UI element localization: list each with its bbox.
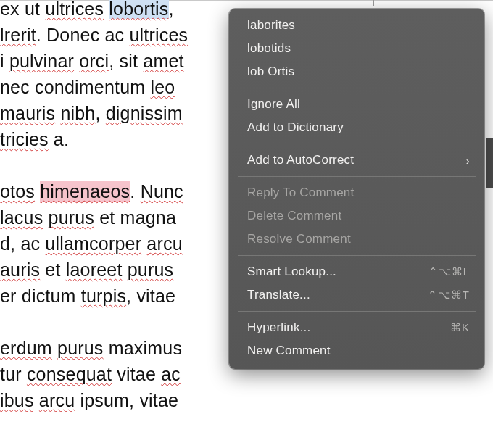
menu-item-label: Reply To Comment	[247, 186, 354, 200]
misspelling[interactable]: consequat	[27, 364, 112, 384]
misspelling[interactable]: purus	[128, 260, 174, 280]
background-window-edge	[486, 138, 493, 188]
misspelling[interactable]: ultrices	[45, 0, 104, 19]
text-run[interactable]: ipsum, vitae	[75, 390, 178, 410]
misspelling[interactable]: dignissim	[106, 103, 183, 123]
text-run[interactable]: d, ac	[0, 233, 45, 254]
menu-item-label: lobotids	[247, 41, 291, 56]
menu-item-label: laborites	[247, 18, 295, 33]
spelling-suggestion-1[interactable]: laborites	[229, 14, 484, 37]
menu-item-label: Add to Dictionary	[247, 120, 344, 135]
misspelling[interactable]: mauris	[0, 103, 55, 123]
smart-lookup-item[interactable]: Smart Lookup... ⌃⌥⌘L	[229, 260, 484, 283]
text-run[interactable]: nec condimentum	[0, 77, 150, 97]
hyperlink-item[interactable]: Hyperlink... ⌘K	[229, 316, 484, 339]
misspelling[interactable]: arcu	[146, 233, 182, 254]
ignore-all-item[interactable]: Ignore All	[229, 93, 484, 116]
misspelling[interactable]: auris	[0, 260, 40, 280]
text-run[interactable]: vitae	[112, 364, 161, 384]
highlighted-word[interactable]: himenaeos	[40, 181, 130, 202]
misspelling[interactable]: purus	[57, 338, 104, 358]
text-run[interactable]: , sit	[109, 51, 143, 71]
reply-to-comment-item: Reply To Comment	[229, 181, 484, 204]
misspelling[interactable]: orci	[79, 51, 109, 71]
misspelling[interactable]: Nunc	[141, 181, 183, 202]
new-comment-item[interactable]: New Comment	[229, 339, 484, 362]
misspelling[interactable]: lacus	[0, 207, 43, 228]
misspelling[interactable]: tricies	[0, 129, 49, 149]
menu-item-label: Hyperlink...	[247, 320, 310, 335]
menu-item-label: Resolve Comment	[247, 232, 351, 246]
menu-separator	[238, 176, 476, 177]
text-run[interactable]: a.	[49, 129, 69, 149]
keyboard-shortcut: ⌘K	[450, 321, 470, 334]
menu-item-label: Add to AutoCorrect	[247, 153, 354, 167]
context-menu: laborites lobotids lob Ortis Ignore All …	[229, 9, 484, 369]
keyboard-shortcut: ⌃⌥⌘L	[428, 265, 470, 278]
selected-word[interactable]: lobortis	[109, 0, 168, 19]
delete-comment-item: Delete Comment	[229, 204, 484, 228]
misspelling[interactable]: amet	[143, 51, 183, 71]
misspelling[interactable]: laoreet	[66, 260, 123, 280]
spelling-suggestion-2[interactable]: lobotids	[229, 37, 484, 60]
text-run[interactable]	[52, 338, 57, 358]
text-run[interactable]: . Donec ac	[36, 25, 130, 45]
text-run[interactable]	[123, 260, 128, 280]
misspelling[interactable]: ullamcorper	[45, 233, 141, 254]
menu-item-label: lob Ortis	[247, 65, 294, 79]
menu-item-label: Ignore All	[247, 97, 300, 112]
menu-separator	[238, 311, 476, 312]
misspelling[interactable]: turpis	[81, 286, 126, 306]
translate-item[interactable]: Translate... ⌃⌥⌘T	[229, 283, 484, 307]
menu-separator	[238, 88, 476, 88]
text-run[interactable]	[34, 390, 39, 410]
menu-item-label: Delete Comment	[247, 209, 341, 223]
text-run[interactable]: et magna	[94, 207, 176, 228]
menu-item-label: Translate...	[247, 288, 310, 302]
menu-separator	[238, 255, 476, 256]
misspelling[interactable]: purus	[49, 207, 95, 228]
misspelling[interactable]: nibh	[60, 103, 95, 123]
misspelling[interactable]: pulvinar	[9, 51, 74, 71]
text-run[interactable]: tur	[0, 364, 27, 384]
menu-item-label: New Comment	[247, 344, 331, 358]
chevron-right-icon: ›	[466, 154, 470, 167]
misspelling[interactable]: erdum	[0, 338, 52, 358]
spelling-suggestion-3[interactable]: lob Ortis	[229, 60, 484, 83]
text-run[interactable]: .	[130, 181, 140, 202]
misspelling[interactable]: ultrices	[129, 25, 188, 45]
text-run[interactable]: er dictum	[0, 286, 81, 306]
misspelling[interactable]: lrerit	[0, 25, 36, 45]
resolve-comment-item: Resolve Comment	[229, 228, 484, 251]
add-to-autocorrect-item[interactable]: Add to AutoCorrect ›	[229, 149, 484, 172]
text-run[interactable]	[43, 207, 48, 228]
text-run[interactable]: ,	[169, 0, 174, 19]
keyboard-shortcut: ⌃⌥⌘T	[428, 289, 470, 302]
misspelling[interactable]: otos	[0, 181, 35, 202]
text-run[interactable]: ,	[95, 103, 105, 123]
text-run[interactable]: et	[40, 260, 66, 280]
misspelling[interactable]: ibus	[0, 390, 34, 410]
text-run[interactable]: ex ut	[0, 0, 45, 19]
menu-item-label: Smart Lookup...	[247, 265, 336, 279]
text-run[interactable]: , vitae	[126, 286, 175, 306]
text-run[interactable]: maximus	[104, 338, 183, 358]
text-run[interactable]: i	[0, 51, 9, 71]
document-area: ex ut ultrices lobortis, lrerit. Donec a…	[0, 0, 493, 448]
misspelling[interactable]: arcu	[39, 390, 75, 410]
misspelling[interactable]: ac	[161, 364, 181, 384]
add-to-dictionary-item[interactable]: Add to Dictionary	[229, 116, 484, 139]
misspelling[interactable]: leo	[150, 77, 175, 97]
menu-separator	[238, 144, 476, 144]
